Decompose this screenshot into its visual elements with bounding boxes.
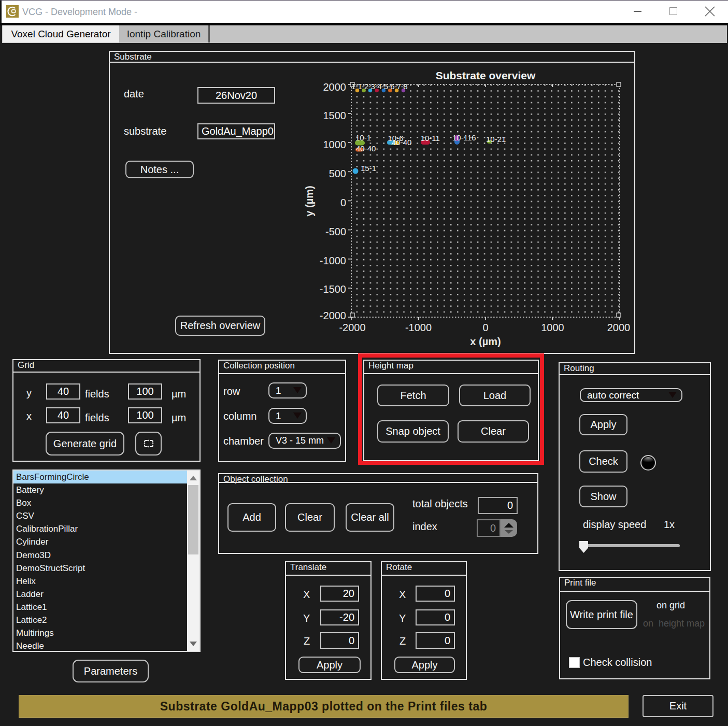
- svg-text:10-11: 10-11: [421, 134, 440, 143]
- svg-text:1000: 1000: [541, 322, 564, 333]
- svg-text:10-21: 10-21: [486, 135, 506, 144]
- svg-text:-2000: -2000: [320, 310, 346, 321]
- svg-text:2000: 2000: [323, 81, 347, 93]
- svg-text:y (µm): y (µm): [304, 186, 315, 216]
- svg-text:1-1-2-3-4-5-6-7-8: 1-1-2-3-4-5-6-7-8: [351, 82, 407, 91]
- svg-text:-500: -500: [325, 226, 346, 237]
- svg-text:500: 500: [329, 168, 346, 179]
- svg-text:x (µm): x (µm): [470, 336, 501, 347]
- svg-text:-1500: -1500: [320, 283, 346, 295]
- svg-text:-1000: -1000: [405, 322, 432, 333]
- svg-text:10-1: 10-1: [355, 133, 371, 142]
- svg-text:1000: 1000: [323, 139, 347, 150]
- svg-text:Substrate overview: Substrate overview: [436, 69, 536, 81]
- svg-text:-2000: -2000: [339, 322, 365, 333]
- svg-text:40-40: 40-40: [392, 138, 411, 147]
- svg-text:10-116: 10-116: [452, 133, 476, 142]
- svg-text:0: 0: [482, 322, 488, 333]
- svg-text:15-1: 15-1: [361, 164, 376, 173]
- svg-text:2000: 2000: [607, 322, 631, 333]
- svg-text:0: 0: [340, 197, 346, 208]
- svg-text:40-40: 40-40: [356, 144, 376, 153]
- svg-text:-1000: -1000: [320, 255, 346, 266]
- svg-text:1500: 1500: [323, 110, 347, 121]
